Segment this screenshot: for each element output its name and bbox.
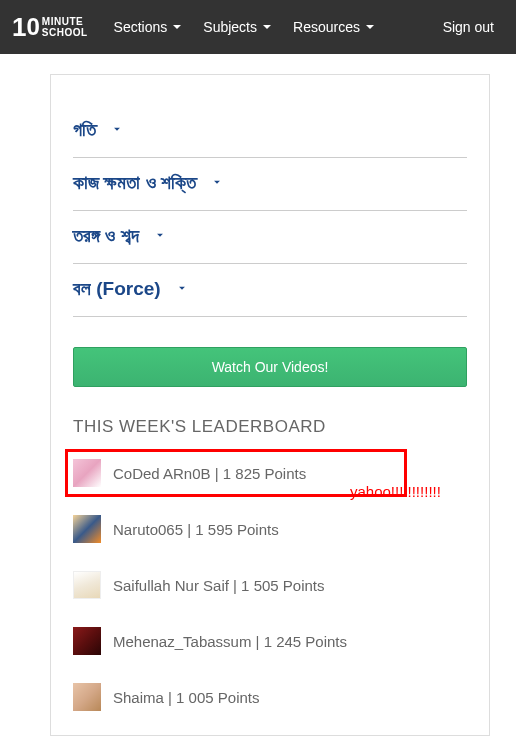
player-text: Saifullah Nur Saif | 1 505 Points bbox=[113, 577, 325, 594]
topic-item[interactable]: বল (Force) bbox=[73, 264, 467, 317]
chevron-down-icon bbox=[210, 175, 224, 192]
annotation-text: yahoo!!!!!!!!!!!! bbox=[350, 483, 441, 500]
topic-title: কাজ ক্ষমতা ও শক্তি bbox=[73, 172, 196, 194]
avatar bbox=[73, 459, 101, 487]
topic-title: গতি bbox=[73, 119, 96, 141]
main-card: গতি কাজ ক্ষমতা ও শক্তি তরঙ্গ ও শব্দ বল (… bbox=[50, 74, 490, 736]
caret-down-icon bbox=[263, 25, 271, 29]
nav-sections[interactable]: Sections bbox=[114, 19, 182, 35]
avatar bbox=[73, 683, 101, 711]
leaderboard-row: Mehenaz_Tabassum | 1 245 Points bbox=[73, 613, 467, 669]
topic-item[interactable]: কাজ ক্ষমতা ও শক্তি bbox=[73, 158, 467, 211]
leaderboard-row: Saifullah Nur Saif | 1 505 Points bbox=[73, 557, 467, 613]
nav-label: Sections bbox=[114, 19, 168, 35]
logo-text: MINUTE SCHOOL bbox=[42, 16, 88, 38]
content: গতি কাজ ক্ষমতা ও শক্তি তরঙ্গ ও শব্দ বল (… bbox=[0, 54, 516, 736]
nav-subjects[interactable]: Subjects bbox=[203, 19, 271, 35]
avatar bbox=[73, 627, 101, 655]
watch-videos-button[interactable]: Watch Our Videos! bbox=[73, 347, 467, 387]
header: 10 MINUTE SCHOOL Sections Subjects Resou… bbox=[0, 0, 516, 54]
caret-down-icon bbox=[173, 25, 181, 29]
player-text: Mehenaz_Tabassum | 1 245 Points bbox=[113, 633, 347, 650]
nav-label: Resources bbox=[293, 19, 360, 35]
avatar bbox=[73, 515, 101, 543]
chevron-down-icon bbox=[153, 228, 167, 245]
leaderboard-row: Naruto065 | 1 595 Points bbox=[73, 501, 467, 557]
signout-link[interactable]: Sign out bbox=[443, 19, 494, 35]
player-text: Naruto065 | 1 595 Points bbox=[113, 521, 279, 538]
nav-label: Subjects bbox=[203, 19, 257, 35]
topic-title: তরঙ্গ ও শব্দ bbox=[73, 225, 139, 247]
chevron-down-icon bbox=[110, 122, 124, 139]
leaderboard-title: THIS WEEK'S LEADERBOARD bbox=[73, 417, 467, 437]
topic-item[interactable]: গতি bbox=[73, 105, 467, 158]
logo[interactable]: 10 MINUTE SCHOOL bbox=[12, 12, 88, 43]
nav-resources[interactable]: Resources bbox=[293, 19, 374, 35]
player-text: Shaima | 1 005 Points bbox=[113, 689, 259, 706]
caret-down-icon bbox=[366, 25, 374, 29]
nav: Sections Subjects Resources bbox=[114, 19, 435, 35]
leaderboard-row: Shaima | 1 005 Points bbox=[73, 669, 467, 725]
player-text: CoDed ARn0B | 1 825 Points bbox=[113, 465, 306, 482]
topic-title: বল (Force) bbox=[73, 278, 161, 300]
logo-icon: 10 bbox=[12, 12, 40, 43]
avatar bbox=[73, 571, 101, 599]
chevron-down-icon bbox=[175, 281, 189, 298]
topic-item[interactable]: তরঙ্গ ও শব্দ bbox=[73, 211, 467, 264]
